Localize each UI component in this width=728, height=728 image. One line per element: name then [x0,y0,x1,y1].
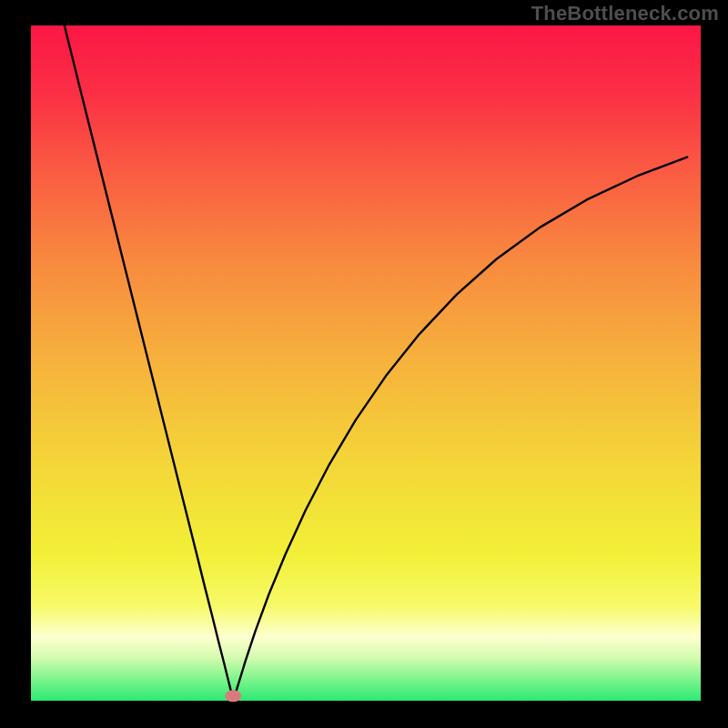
plot-background [31,25,701,701]
watermark-text: TheBottleneck.com [531,2,719,25]
bottleneck-chart [0,0,728,728]
chart-frame: TheBottleneck.com [0,0,728,728]
minimum-marker [225,690,241,702]
